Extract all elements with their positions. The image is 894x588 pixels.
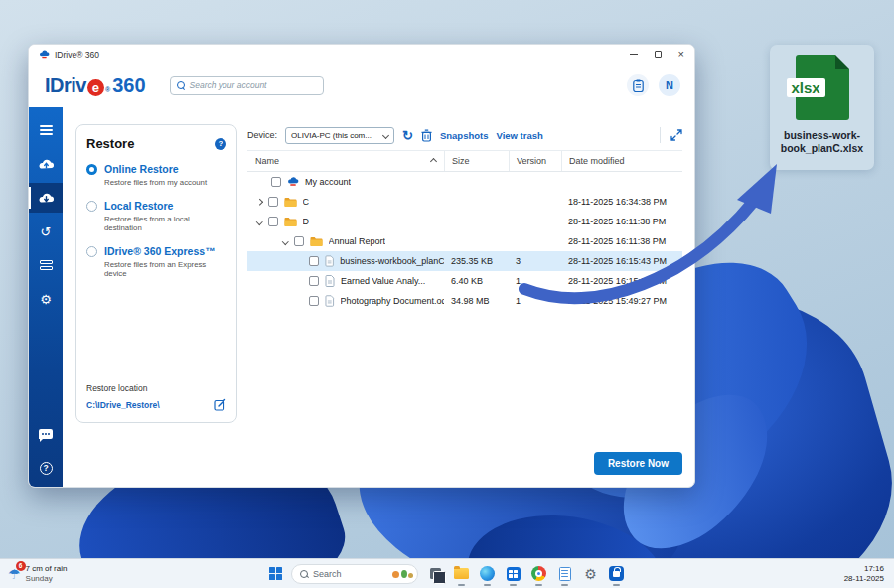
snapshots-link[interactable]: Snapshots <box>440 130 489 141</box>
chrome-button[interactable] <box>530 565 547 582</box>
chevron-down-icon <box>382 131 389 138</box>
xlsx-extension-badge: xlsx <box>787 78 825 97</box>
microsoft-store-button[interactable] <box>505 565 522 582</box>
idrive-account-icon <box>287 177 299 187</box>
option-local-restore[interactable]: Local Restore Restore files from a local… <box>86 200 226 232</box>
sidebar-item-devices[interactable] <box>29 250 63 280</box>
file-icon <box>325 295 335 307</box>
checkbox[interactable] <box>294 236 304 246</box>
task-view-button[interactable] <box>427 565 444 582</box>
restored-file-name: business-work- book_planC.xlsx <box>781 129 863 155</box>
row-name: Photography Document.odt <box>341 296 444 306</box>
folder-icon <box>284 197 297 208</box>
restore-arrow <box>467 162 795 321</box>
logo-360: 360 <box>112 74 145 97</box>
search-placeholder: Search your account <box>190 80 267 90</box>
file-name-line1: business-work- <box>781 129 863 142</box>
cloud-upload-icon <box>38 158 55 170</box>
row-name: Annual Report <box>329 236 386 246</box>
checkbox[interactable] <box>271 177 281 187</box>
expand-icon[interactable] <box>670 129 682 141</box>
titlebar[interactable]: IDrive® 360 × <box>29 45 694 64</box>
minimize-button[interactable] <box>630 54 638 55</box>
restore-location-path[interactable]: C:\IDrive_Restore\ <box>86 400 160 410</box>
idrive-taskbar-button[interactable] <box>608 565 625 582</box>
refresh-icon[interactable]: ↻ <box>402 129 413 142</box>
account-search-input[interactable]: Search your account <box>170 76 324 95</box>
help-icon[interactable]: ? <box>215 138 226 150</box>
sidebar-item-help[interactable]: ? <box>29 453 63 483</box>
checkbox[interactable] <box>309 256 319 266</box>
row-name: My account <box>305 177 351 187</box>
chevron-down-icon[interactable] <box>282 238 288 244</box>
chrome-icon <box>531 566 546 581</box>
task-view-icon <box>430 568 441 579</box>
umbrella-icon: ☂6 <box>8 566 21 582</box>
sidebar-item-settings[interactable]: ⚙ <box>29 284 63 314</box>
panel-title: Restore <box>86 136 134 151</box>
taskbar-search-placeholder: Search <box>313 569 387 579</box>
file-name-line2: book_planC.xlsx <box>781 142 863 155</box>
option-desc: Restore files from my account <box>104 178 226 187</box>
xlsx-file-icon: xlsx <box>796 55 849 120</box>
restored-file-card[interactable]: xlsx business-work- book_planC.xlsx <box>770 45 874 170</box>
option-label: Local Restore <box>104 200 173 212</box>
view-trash-link[interactable]: View trash <box>496 130 542 141</box>
weather-day: Sunday <box>26 574 68 584</box>
store-icon <box>507 567 521 581</box>
checkbox[interactable] <box>309 296 319 306</box>
sidebar-item-backup[interactable] <box>29 149 63 179</box>
search-highlight-art <box>392 570 413 578</box>
settings-button[interactable]: ⚙ <box>582 565 599 582</box>
taskbar-weather-widget[interactable]: ☂6 7 cm of rain Sunday <box>8 564 67 583</box>
sidebar-item-restore[interactable] <box>29 183 63 213</box>
notepad-icon <box>559 567 571 581</box>
notepad-button[interactable] <box>556 565 573 582</box>
server-stack-icon <box>40 260 53 270</box>
radio-unselected[interactable] <box>86 201 97 212</box>
option-label: Online Restore <box>104 163 179 175</box>
option-label: IDrive® 360 Express™ <box>104 245 216 257</box>
taskbar-clock[interactable]: 17:16 28-11-2025 <box>844 564 884 584</box>
taskbar: ☂6 7 cm of rain Sunday Search ⚙ 17:16 <box>0 558 894 588</box>
option-online-restore[interactable]: Online Restore Restore files from my acc… <box>86 163 226 187</box>
option-express-restore[interactable]: IDrive® 360 Express™ Restore files from … <box>86 245 226 278</box>
sidebar-item-activity-log[interactable]: ↺ <box>29 217 63 246</box>
gear-icon: ⚙ <box>40 293 52 306</box>
windows-start-button[interactable] <box>269 567 282 580</box>
trash-icon[interactable] <box>421 129 432 142</box>
checkbox[interactable] <box>268 217 278 226</box>
row-name: Earned Value Analy... <box>341 276 425 286</box>
taskbar-search-input[interactable]: Search <box>291 564 418 584</box>
device-dropdown-value: OLIVIA-PC (this com... <box>291 131 379 140</box>
chevron-right-icon[interactable] <box>256 199 262 205</box>
radio-unselected[interactable] <box>86 246 97 257</box>
restore-options-panel: Restore ? Online Restore Restore files f… <box>75 124 237 423</box>
time: 17:16 <box>844 564 884 574</box>
window-title: IDrive® 360 <box>55 50 99 60</box>
desktop: IDrive® 360 × IDriv e ® 360 Search your … <box>0 0 894 588</box>
file-explorer-button[interactable] <box>453 565 470 582</box>
option-desc: Restore files from an Express device <box>104 260 226 278</box>
sidebar: ↺ ⚙ ? <box>29 107 63 487</box>
close-button[interactable]: × <box>678 51 684 58</box>
edge-button[interactable] <box>479 565 496 582</box>
row-name: business-workbook_planC.x <box>340 256 444 266</box>
restore-now-button[interactable]: Restore Now <box>594 452 682 475</box>
app-header: IDriv e ® 360 Search your account <box>29 64 694 107</box>
checkbox[interactable] <box>309 276 319 286</box>
sidebar-menu-button[interactable] <box>29 115 63 145</box>
hamburger-icon <box>40 125 53 135</box>
maximize-button[interactable] <box>655 51 662 58</box>
device-toolbar: Device: OLIVIA-PC (this com... ↻ <box>247 124 682 146</box>
edit-icon[interactable] <box>214 398 226 411</box>
checkbox[interactable] <box>268 197 278 207</box>
radio-selected[interactable] <box>86 164 97 175</box>
summary-report-button[interactable] <box>627 74 649 96</box>
cloud-download-icon <box>38 192 55 204</box>
column-name[interactable]: Name <box>247 156 444 166</box>
chevron-down-icon[interactable] <box>256 219 262 224</box>
device-dropdown[interactable]: OLIVIA-PC (this com... <box>285 127 394 144</box>
user-avatar[interactable]: N <box>659 74 680 96</box>
sidebar-item-feedback[interactable] <box>29 419 63 449</box>
